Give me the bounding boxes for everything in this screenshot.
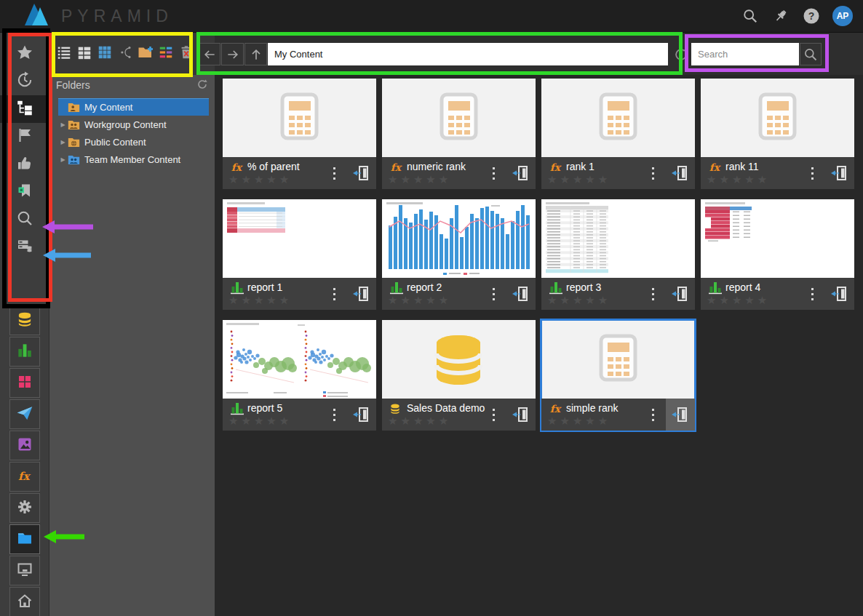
open-item-icon[interactable] xyxy=(666,278,695,310)
open-item-icon[interactable] xyxy=(506,399,536,431)
sidebar-item-present[interactable] xyxy=(9,368,40,398)
kebab-menu-icon[interactable] xyxy=(486,157,501,189)
help-icon[interactable]: ? xyxy=(802,7,821,25)
rating-stars[interactable]: ★★★★★ xyxy=(547,415,611,428)
kebab-menu-icon[interactable] xyxy=(645,157,660,189)
sidebar-item-content-explorer[interactable] xyxy=(0,95,49,123)
sidebar-item-formulate[interactable]: fx xyxy=(9,462,40,492)
image-icon xyxy=(16,436,33,456)
search-icon[interactable] xyxy=(741,7,760,25)
sidebar-item-hub[interactable] xyxy=(9,556,40,585)
rating-stars[interactable]: ★★★★★ xyxy=(388,415,451,428)
sidebar-item-discover[interactable] xyxy=(9,337,40,367)
folder-item-workgroup-content[interactable]: ▶Workgroup Content xyxy=(58,116,209,133)
refresh-icon[interactable] xyxy=(671,44,691,65)
up-button[interactable] xyxy=(244,43,267,65)
sidebar-item-content[interactable] xyxy=(9,524,40,554)
tile-of-parent[interactable]: fx % of parent ★★★★★ xyxy=(223,79,376,189)
server-icon xyxy=(16,237,33,257)
rating-stars[interactable]: ★★★★★ xyxy=(388,173,451,186)
folder-item-public-content[interactable]: ▶Public Content xyxy=(58,133,209,151)
open-item-icon[interactable] xyxy=(506,157,536,189)
rating-stars[interactable]: ★★★★★ xyxy=(547,294,611,307)
rating-stars[interactable]: ★★★★★ xyxy=(228,294,292,307)
forward-button[interactable] xyxy=(221,43,244,65)
sidebar-item-illustrate[interactable] xyxy=(9,431,40,460)
open-item-icon[interactable] xyxy=(825,157,854,189)
kebab-menu-icon[interactable] xyxy=(486,278,501,310)
kebab-menu-icon[interactable] xyxy=(645,399,660,431)
kebab-menu-icon[interactable] xyxy=(645,278,660,310)
breadcrumb-path-input[interactable] xyxy=(268,43,668,65)
sidebar-item-home[interactable] xyxy=(9,587,40,616)
tile-report-5[interactable]: report 5 ★★★★★ xyxy=(223,320,376,431)
related-icon xyxy=(117,44,133,63)
star-icon xyxy=(16,44,33,64)
sidebar-item-data-sources[interactable] xyxy=(0,233,49,261)
open-item-icon[interactable] xyxy=(347,157,376,189)
kebab-menu-icon[interactable] xyxy=(486,399,501,431)
search-go-icon[interactable] xyxy=(800,43,822,65)
tags-button[interactable] xyxy=(157,45,175,63)
expand-arrow-icon[interactable]: ▶ xyxy=(58,139,68,145)
details-view-button[interactable] xyxy=(76,45,93,63)
open-item-icon[interactable] xyxy=(347,399,376,431)
tile-thumbnail xyxy=(382,199,536,278)
content-toolbar xyxy=(49,33,215,75)
folder-icon xyxy=(16,529,33,550)
folder-item-my-content[interactable]: My Content xyxy=(58,98,209,116)
search-icon xyxy=(16,209,33,230)
tile-numeric-rank[interactable]: fx numeric rank ★★★★★ xyxy=(382,79,536,189)
open-item-icon[interactable] xyxy=(666,399,695,431)
kebab-menu-icon[interactable] xyxy=(327,278,341,310)
folder-item-team-member-content[interactable]: ▶Team Member Content xyxy=(58,151,209,168)
kebab-menu-icon[interactable] xyxy=(805,157,819,189)
tile-report-4[interactable]: report 4 ★★★★★ xyxy=(701,199,854,310)
expand-arrow-icon[interactable]: ▶ xyxy=(58,156,68,163)
tile-report-2[interactable]: report 2 ★★★★★ xyxy=(382,199,536,310)
report-icon xyxy=(229,402,245,415)
sidebar-item-smart-bookmarks[interactable] xyxy=(0,178,49,206)
related-content-button[interactable] xyxy=(116,45,134,63)
kebab-menu-icon[interactable] xyxy=(327,399,341,431)
rating-stars[interactable]: ★★★★★ xyxy=(228,415,292,428)
tile-simple-rank[interactable]: fx simple rank ★★★★★ xyxy=(541,320,695,431)
report-icon xyxy=(389,281,405,295)
open-item-icon[interactable] xyxy=(825,278,854,310)
sidebar-item-flagged[interactable] xyxy=(0,123,49,151)
sidebar-item-recommended[interactable] xyxy=(0,151,49,178)
open-item-icon[interactable] xyxy=(506,278,536,310)
rating-stars[interactable]: ★★★★★ xyxy=(707,294,770,307)
svg-text:fx: fx xyxy=(18,469,31,482)
kebab-menu-icon[interactable] xyxy=(327,157,341,189)
sidebar-item-admin[interactable] xyxy=(9,493,40,523)
open-item-icon[interactable] xyxy=(347,278,376,310)
tile-report-1[interactable]: report 1 ★★★★★ xyxy=(223,199,376,310)
sidebar-item-search-content[interactable] xyxy=(0,206,49,233)
open-item-icon[interactable] xyxy=(666,157,695,189)
expand-arrow-icon[interactable]: ▶ xyxy=(58,121,68,128)
search-input[interactable] xyxy=(691,43,799,65)
back-button[interactable] xyxy=(198,43,220,65)
tile-report-3[interactable]: report 3 ★★★★★ xyxy=(541,199,695,310)
sidebar-item-recent[interactable] xyxy=(0,68,49,95)
list-view-button[interactable] xyxy=(55,45,73,63)
avatar[interactable]: AP xyxy=(832,6,853,26)
rating-stars[interactable]: ★★★★★ xyxy=(707,173,770,186)
rating-stars[interactable]: ★★★★★ xyxy=(388,294,451,307)
rating-stars[interactable]: ★★★★★ xyxy=(228,173,292,186)
grid-view-button[interactable] xyxy=(96,45,114,63)
sidebar-item-favorites[interactable] xyxy=(0,40,49,68)
pin-icon[interactable] xyxy=(771,7,790,25)
tile-rank-11[interactable]: fx rank 11 ★★★★★ xyxy=(701,79,854,189)
delete-button[interactable] xyxy=(178,45,195,63)
sidebar-apps-group: fx xyxy=(0,304,49,616)
sidebar-item-publish[interactable] xyxy=(9,399,40,429)
tile-rank-1[interactable]: fx rank 1 ★★★★★ xyxy=(541,79,695,189)
rating-stars[interactable]: ★★★★★ xyxy=(547,173,611,186)
folders-refresh-icon[interactable] xyxy=(196,79,208,92)
sidebar-item-model[interactable] xyxy=(9,305,40,335)
new-folder-button[interactable] xyxy=(137,45,154,63)
tile-sales-data-demo[interactable]: Sales Data demo ★★★★★ xyxy=(382,320,536,431)
kebab-menu-icon[interactable] xyxy=(805,278,819,310)
